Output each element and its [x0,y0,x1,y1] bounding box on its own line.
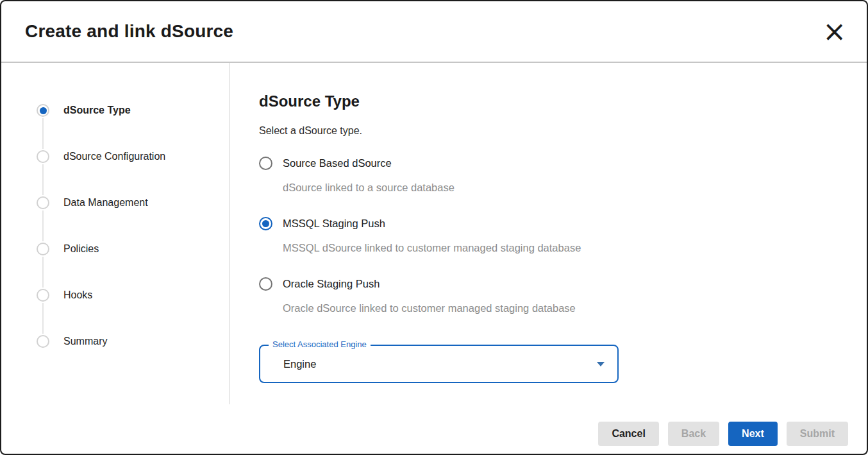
dsource-type-options: Source Based dSource dSource linked to a… [259,157,841,314]
select-field-value: Engine [283,358,597,370]
page-subtitle: Select a dSource type. [259,125,841,137]
back-button[interactable]: Back [668,422,719,446]
step-dot-icon [37,104,49,117]
submit-button[interactable]: Submit [787,422,848,446]
create-dsource-dialog: Create and link dSource × dSource Type d… [0,0,868,455]
step-summary[interactable]: Summary [37,318,229,365]
option-label: MSSQL Staging Push [283,218,841,230]
option-oracle-staging-push[interactable]: Oracle Staging Push Oracle dSource linke… [259,277,841,314]
step-dot-icon [37,289,49,302]
step-policies[interactable]: Policies [37,226,229,272]
chevron-down-icon [597,362,605,366]
dialog-title: Create and link dSource [25,21,233,42]
step-dot-icon [37,150,49,163]
radio-button-icon[interactable] [259,277,272,291]
dialog-footer: Cancel Back Next Submit [1,404,867,454]
option-description: MSSQL dSource linked to customer managed… [283,242,841,254]
dialog-header: Create and link dSource × [1,1,867,63]
option-description: dSource linked to a source database [283,182,841,194]
step-label: dSource Configuration [63,151,165,162]
step-dot-icon [37,335,49,348]
option-source-based-dsource[interactable]: Source Based dSource dSource linked to a… [259,157,841,194]
wizard-stepper: dSource Type dSource Configuration Data … [1,63,230,404]
step-label: Hooks [63,289,92,301]
step-dsource-type[interactable]: dSource Type [37,87,229,133]
next-button[interactable]: Next [728,422,778,446]
step-content-panel: dSource Type Select a dSource type. Sour… [230,63,867,404]
step-label: Data Management [63,197,148,209]
option-label: Oracle Staging Push [283,278,841,290]
dialog-body: dSource Type dSource Configuration Data … [1,63,867,404]
step-label: Policies [63,243,99,255]
cancel-button[interactable]: Cancel [598,422,658,446]
associated-engine-select[interactable]: Select Associated Engine Engine [259,345,619,383]
step-hooks[interactable]: Hooks [37,272,229,318]
option-label: Source Based dSource [283,157,841,169]
option-description: Oracle dSource linked to customer manage… [283,302,841,314]
close-button[interactable]: × [822,23,846,40]
radio-button-icon[interactable] [259,157,272,170]
page-title: dSource Type [259,92,841,110]
step-data-management[interactable]: Data Management [37,180,229,226]
step-label: Summary [63,336,107,347]
close-icon: × [822,23,846,40]
radio-button-icon[interactable] [259,217,272,230]
step-dot-icon [37,243,49,255]
step-dsource-configuration[interactable]: dSource Configuration [37,133,229,180]
step-label: dSource Type [63,105,131,116]
step-dot-icon [37,196,49,209]
option-mssql-staging-push[interactable]: MSSQL Staging Push MSSQL dSource linked … [259,217,841,254]
select-field-label: Select Associated Engine [269,339,371,349]
